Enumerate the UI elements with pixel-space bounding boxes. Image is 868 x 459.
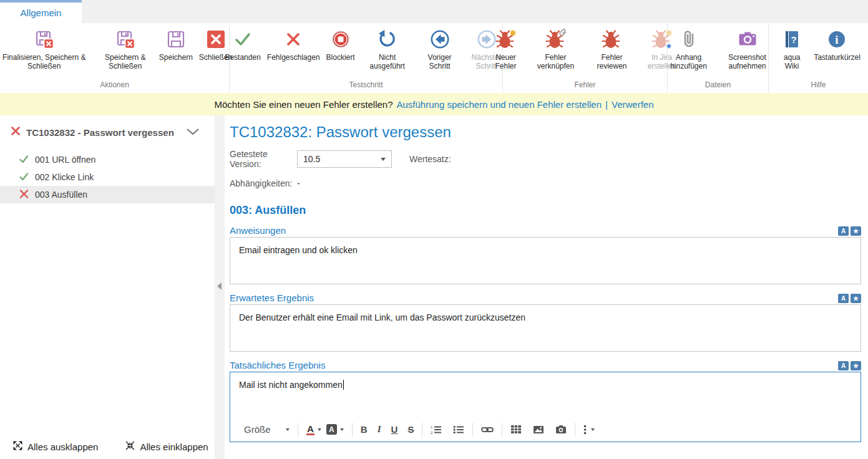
dependencies-value: - <box>297 178 300 188</box>
bullet-list-button[interactable] <box>451 423 467 436</box>
not-executed-button[interactable]: Nicht ausgeführt <box>359 26 416 72</box>
svg-text:2: 2 <box>431 431 433 435</box>
shortcuts-button[interactable]: i Tastaturkürzel <box>812 26 862 63</box>
sidebar-splitter[interactable] <box>215 115 225 459</box>
bold-button[interactable]: B <box>358 423 370 436</box>
check-icon <box>19 172 29 183</box>
step-list: 001 URL öffnen 002 Klicke Link 003 Ausfü… <box>0 151 215 203</box>
discard-link[interactable]: Verwerfen <box>612 99 654 110</box>
collapse-sidebar-icon[interactable] <box>217 283 222 290</box>
ribbon-group-aktionen: Finalisieren, Speichern & Schließen Spei… <box>0 23 230 93</box>
format-a-icon[interactable]: A <box>838 226 849 236</box>
new-defect-button[interactable]: Neuer Fehler <box>487 26 525 72</box>
step-label: 001 URL öffnen <box>35 155 95 165</box>
font-color-button[interactable]: A <box>304 423 324 437</box>
undo-icon <box>377 27 398 51</box>
highlight-color-button[interactable]: A <box>324 423 346 436</box>
testcase-node[interactable]: TC1032832 - Passwort vergessen <box>11 126 206 138</box>
finalize-save-close-label: Finalisieren, Speichern & Schließen <box>0 53 92 70</box>
ribbon-group-fehler: Neuer Fehler Fehler verknüpfen Fehler re… <box>503 23 668 93</box>
bug-link-icon <box>545 27 567 51</box>
instructions-field: Anweisungen A ★ Email eintragen und ok k… <box>230 225 861 284</box>
format-a-icon[interactable]: A <box>838 294 849 303</box>
save-close-icon <box>33 27 56 51</box>
shortcuts-label: Tastaturkürzel <box>814 53 861 62</box>
more-options-button[interactable] <box>581 423 597 436</box>
check-icon <box>232 27 253 51</box>
testcase-title: TC1032832 - Passwort vergessen <box>26 127 180 138</box>
format-star-icon[interactable]: ★ <box>851 361 861 370</box>
save-and-create-defect-link[interactable]: Ausführung speichern und neuen Fehler er… <box>397 99 602 110</box>
ribbon-group-dateien: Anhang hinzufügen Screenshot aufnehmen D… <box>668 23 769 93</box>
chevron-down-icon <box>318 428 321 431</box>
step-item-003[interactable]: 003 Ausfüllen <box>0 186 215 203</box>
expected-result-textbox[interactable]: Der Benutzer erhält eine Email mit Link,… <box>230 304 861 352</box>
ribbon-group-testschritt: Bestanden Fehlgeschlagen Blockiert Nicht… <box>230 23 503 93</box>
more-icon <box>583 425 587 435</box>
format-star-icon[interactable]: ★ <box>851 294 861 303</box>
actual-result-editor[interactable]: Mail ist nicht angekommen Größe A A B I … <box>230 372 861 442</box>
notification-separator: | <box>605 99 608 110</box>
actual-result-field: Tatsächliches Ergebnis A ★ Mail ist nich… <box>230 360 861 442</box>
strikethrough-button[interactable]: S <box>405 423 416 436</box>
step-title: 003: Ausfüllen <box>230 204 861 217</box>
page-title: TC1032832: Passwort vergessen <box>230 123 861 141</box>
tab-allgemein[interactable]: Allgemein <box>0 0 82 23</box>
take-screenshot-button[interactable]: Screenshot aufnehmen <box>719 26 776 72</box>
ribbon-group-hilfe: ? aqua Wiki i Tastaturkürzel Hilfe <box>769 23 868 93</box>
expand-all-icon <box>13 441 22 452</box>
aqua-wiki-button[interactable]: ? aqua Wiki <box>774 26 809 72</box>
previous-step-button[interactable]: Voriger Schritt <box>418 26 462 72</box>
x-icon <box>283 27 304 51</box>
previous-step-label: Voriger Schritt <box>420 53 460 70</box>
expected-result-text: Der Benutzer erhält eine Email mit Link,… <box>239 312 525 322</box>
group-label-testschritt: Testschritt <box>230 80 502 93</box>
blocked-button[interactable]: Blockiert <box>324 26 357 63</box>
step-item-002[interactable]: 002 Klicke Link <box>0 168 215 186</box>
test-steps-sidebar: TC1032832 - Passwort vergessen 001 URL ö… <box>0 115 215 459</box>
passed-button[interactable]: Bestanden <box>223 26 262 63</box>
save-close-button[interactable]: Speichern & Schließen <box>96 26 155 72</box>
insert-screenshot-button[interactable] <box>553 423 569 435</box>
add-attachment-button[interactable]: Anhang hinzufügen <box>661 26 717 72</box>
insert-link-button[interactable] <box>479 424 496 435</box>
review-defect-button[interactable]: Fehler reviewen <box>587 26 638 72</box>
step-item-001[interactable]: 001 URL öffnen <box>0 151 215 168</box>
font-size-dropdown[interactable]: Größe <box>241 423 292 436</box>
actual-result-text: Mail ist nicht angekommen <box>239 380 343 390</box>
review-defect-label: Fehler reviewen <box>588 53 636 70</box>
svg-text:?: ? <box>791 34 797 45</box>
finalize-save-close-button[interactable]: Finalisieren, Speichern & Schließen <box>0 26 94 72</box>
italic-button[interactable]: I <box>375 423 384 436</box>
bug-new-icon <box>495 27 517 51</box>
chevron-down-icon[interactable] <box>186 127 200 138</box>
collapse-all-button[interactable]: Alles einklappen <box>125 441 208 452</box>
instructions-label: Anweisungen <box>230 225 286 236</box>
sidebar-footer: Alles ausklappen Alles einklappen <box>0 434 215 459</box>
camera-icon <box>737 27 758 51</box>
svg-text:i: i <box>836 33 839 46</box>
bold-icon: B <box>361 424 368 435</box>
book-question-icon: ? <box>781 27 802 51</box>
group-label-fehler: Fehler <box>503 80 667 93</box>
format-a-icon[interactable]: A <box>838 361 849 370</box>
group-label-hilfe: Hilfe <box>769 80 868 93</box>
step-label: 002 Klicke Link <box>35 172 94 182</box>
bullet-list-icon <box>453 425 464 435</box>
link-defect-button[interactable]: Fehler verknüpfen <box>528 26 584 72</box>
instructions-textbox[interactable]: Email eintragen und ok klicken <box>230 237 861 284</box>
font-color-icon: A <box>306 424 315 435</box>
format-star-icon[interactable]: ★ <box>851 226 861 236</box>
ordered-list-button[interactable]: 12 <box>428 423 444 436</box>
expand-all-label: Alles ausklappen <box>27 442 98 452</box>
expand-all-button[interactable]: Alles ausklappen <box>13 441 98 452</box>
failed-button[interactable]: Fehlgeschlagen <box>265 26 322 63</box>
expected-result-field: Erwartetes Ergebnis A ★ Der Benutzer erh… <box>230 292 861 352</box>
save-button[interactable]: Speichern <box>157 26 195 63</box>
tested-version-dropdown[interactable]: 10.5 <box>297 150 392 168</box>
save-close-label: Speichern & Schließen <box>98 53 153 70</box>
underline-button[interactable]: U <box>389 423 401 436</box>
insert-image-button[interactable] <box>530 424 547 435</box>
insert-table-button[interactable] <box>508 423 524 435</box>
execution-detail-panel: TC1032832: Passwort vergessen Getestete … <box>225 115 868 459</box>
